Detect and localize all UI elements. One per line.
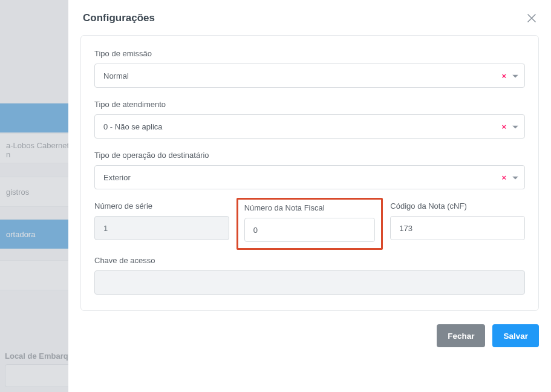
modal-header: Configurações [68, 0, 551, 35]
numero-nota-col: Número da Nota Fiscal [243, 201, 377, 244]
modal-footer: Fechar Salvar [68, 311, 551, 359]
tipo-operacao-value: Exterior [103, 173, 131, 182]
tipo-emissao-select[interactable]: Normal × [94, 64, 525, 88]
numero-nota-highlight: Número da Nota Fiscal [236, 198, 383, 250]
numero-serie-label: Número de série [94, 201, 229, 211]
save-button[interactable]: Salvar [492, 324, 539, 347]
clear-icon[interactable]: × [501, 174, 506, 181]
close-icon[interactable] [527, 13, 536, 23]
numero-serie-input [94, 216, 229, 240]
modal-body: Tipo de emissão Normal × Tipo de atendim… [68, 35, 551, 311]
chave-acesso-input [94, 270, 525, 295]
tipo-atendimento-value: 0 - Não se aplica [103, 122, 163, 131]
numeric-row: Número de série Número da Nota Fiscal Có… [94, 201, 525, 244]
chave-acesso-label: Chave de acesso [94, 256, 525, 265]
modal-title: Configurações [83, 12, 155, 24]
tipo-operacao-label: Tipo de operação do destinatário [94, 151, 525, 160]
tipo-emissao-label: Tipo de emissão [94, 49, 525, 58]
chevron-down-icon[interactable] [512, 173, 518, 182]
chevron-down-icon[interactable] [512, 71, 518, 80]
tipo-atendimento-label: Tipo de atendimento [94, 100, 525, 109]
tipo-atendimento-select[interactable]: 0 - Não se aplica × [94, 114, 525, 139]
tipo-emissao-value: Normal [103, 71, 129, 80]
chevron-down-icon[interactable] [512, 122, 518, 131]
numero-nota-input[interactable] [244, 218, 376, 242]
chave-acesso-group: Chave de acesso [94, 256, 525, 295]
tipo-atendimento-group: Tipo de atendimento 0 - Não se aplica × [94, 100, 525, 139]
codigo-nota-input[interactable] [390, 216, 525, 240]
tipo-operacao-group: Tipo de operação do destinatário Exterio… [94, 151, 525, 189]
numero-serie-col: Número de série [94, 201, 229, 244]
codigo-nota-label: Código da Nota (cNF) [390, 201, 525, 211]
codigo-nota-col: Código da Nota (cNF) [390, 201, 525, 244]
clear-icon[interactable]: × [501, 72, 506, 80]
settings-modal: Configurações Tipo de emissão Normal × [68, 0, 551, 392]
numero-nota-label: Número da Nota Fiscal [244, 203, 376, 212]
close-button[interactable]: Fechar [437, 324, 485, 347]
tipo-operacao-select[interactable]: Exterior × [94, 165, 525, 189]
form-card: Tipo de emissão Normal × Tipo de atendim… [80, 35, 539, 311]
tipo-emissao-group: Tipo de emissão Normal × [94, 49, 525, 88]
clear-icon[interactable]: × [501, 123, 506, 131]
